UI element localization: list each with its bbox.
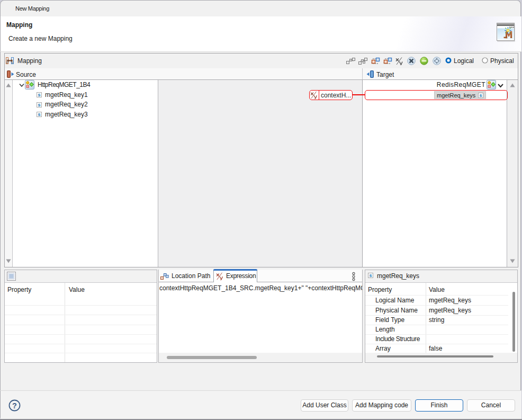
svg-text:?: ?	[12, 401, 17, 410]
